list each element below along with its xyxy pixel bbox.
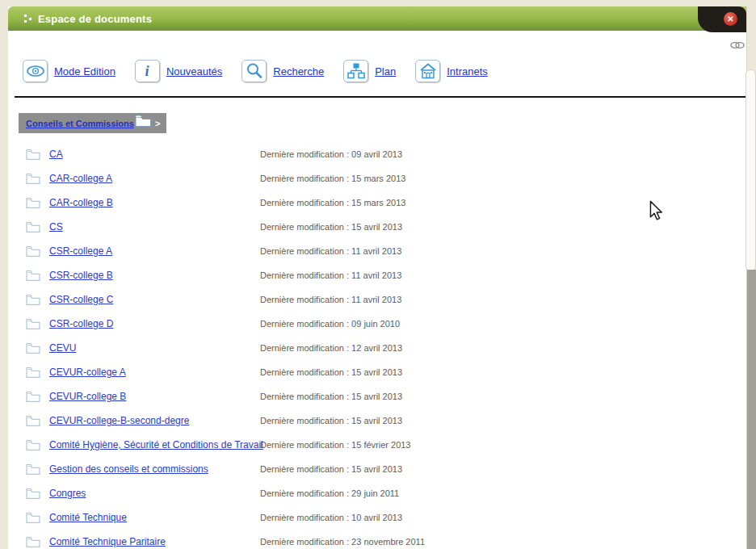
folder-row: CSR-college C Dernière modification : 11… (26, 287, 591, 312)
close-icon: ✕ (727, 15, 733, 23)
folder-modified-date: Dernière modification : 09 juin 2010 (260, 319, 400, 329)
folder-link[interactable]: CEVUR-college A (49, 367, 126, 378)
folder-link[interactable]: CEVUR-college-B-second-degre (49, 415, 189, 426)
folder-link[interactable]: CSR-college A (49, 245, 112, 257)
folder-row: Comité Technique Paritaire Dernière modi… (26, 530, 591, 549)
folder-link[interactable]: CAR-college A (49, 173, 112, 184)
folder-link[interactable]: CS (49, 221, 63, 233)
folder-row: CSR-college A Dernière modification : 11… (26, 239, 591, 263)
folder-modified-date: Dernière modification : 12 avril 2013 (260, 343, 402, 353)
toolbar-item-nouveautes: i Nouveautés (135, 60, 230, 82)
folder-row: CSR-college B Dernière modification : 11… (26, 263, 591, 287)
folder-list: CA Dernière modification : 09 avril 2013… (26, 142, 591, 549)
folder-row: Comité Technique Dernière modification :… (26, 505, 591, 530)
folder-link[interactable]: CAR-college B (49, 197, 113, 208)
folder-modified-date: Dernière modification : 15 avril 2013 (260, 367, 402, 377)
folder-icon (26, 270, 40, 281)
folder-modified-date: Dernière modification : 15 avril 2013 (260, 416, 402, 425)
house-icon[interactable] (415, 60, 440, 82)
toolbar-link-intranets[interactable]: Intranets (447, 65, 488, 78)
desktop-background: Espace de documents ✕ Mode (0, 0, 756, 549)
folder-icon (26, 367, 40, 378)
eye-icon[interactable] (23, 60, 48, 82)
folder-link[interactable]: CSR-college D (49, 318, 113, 329)
window-title: Espace de documents (38, 13, 152, 25)
breadcrumb-folder-icon (135, 114, 152, 127)
folder-link[interactable]: Comité Technique Paritaire (49, 536, 166, 547)
folder-icon (26, 294, 40, 305)
folder-modified-date: Dernière modification : 29 juin 2011 (260, 488, 399, 498)
folder-link[interactable]: CEVU (49, 342, 76, 354)
titlebar-corner: ✕ (698, 6, 746, 32)
folder-row: CEVUR-college-B-second-degre Dernière mo… (26, 409, 591, 433)
close-button[interactable]: ✕ (724, 12, 737, 26)
folder-icon (26, 512, 40, 523)
folder-modified-date: Dernière modification : 23 novembre 2011 (260, 537, 425, 547)
folder-icon (26, 197, 40, 208)
window-titlebar: Espace de documents ✕ (8, 6, 746, 31)
folder-row: Gestion des conseils et commissions Dern… (26, 457, 591, 481)
toolbar: Mode Edition i Nouveautés Recherche (23, 60, 507, 82)
folder-row: CEVU Dernière modification : 12 avril 20… (26, 336, 591, 360)
magnifier-icon[interactable] (242, 60, 267, 82)
folder-modified-date: Dernière modification : 11 avril 2013 (260, 270, 401, 280)
sitemap-icon[interactable] (343, 60, 368, 82)
toolbar-link-recherche[interactable]: Recherche (273, 65, 324, 78)
folder-row: Comité Hygiène, Sécurité et Conditions d… (26, 433, 591, 457)
folder-modified-date: Dernière modification : 15 mars 2013 (260, 198, 405, 207)
folder-link[interactable]: CA (49, 149, 63, 160)
breadcrumb-separator: > (155, 119, 160, 128)
toolbar-link-nouveautes[interactable]: Nouveautés (166, 65, 222, 78)
folder-link[interactable]: Gestion des conseils et commissions (49, 463, 208, 475)
folder-modified-date: Dernière modification : 09 avril 2013 (260, 149, 402, 159)
toolbar-divider (15, 96, 750, 98)
folder-icon (26, 221, 40, 233)
folder-row: CA Dernière modification : 09 avril 2013 (26, 142, 591, 166)
info-icon[interactable]: i (135, 60, 160, 82)
toolbar-item-intranets: Intranets (415, 60, 496, 82)
folder-icon (26, 488, 40, 499)
mouse-cursor (649, 200, 663, 221)
folder-icon (26, 536, 40, 547)
folder-icon (26, 342, 40, 354)
toolbar-link-mode-edition[interactable]: Mode Edition (54, 65, 116, 78)
folder-link[interactable]: Congres (49, 488, 86, 499)
folder-row: CS Dernière modification : 15 avril 2013 (26, 215, 591, 239)
folder-row: CSR-college D Dernière modification : 09… (26, 312, 591, 336)
folder-icon (26, 391, 40, 402)
folder-row: CEVUR-college A Dernière modification : … (26, 360, 591, 384)
toolbar-item-mode-edition: Mode Edition (23, 60, 124, 82)
toolbar-item-recherche: Recherche (242, 60, 332, 82)
folder-row: Congres Dernière modification : 29 juin … (26, 481, 591, 505)
scrollbar-thumb[interactable] (746, 69, 756, 271)
folder-modified-date: Dernière modification : 15 avril 2013 (260, 392, 402, 401)
folder-icon (26, 245, 40, 257)
folder-modified-date: Dernière modification : 10 avril 2013 (260, 513, 402, 522)
folder-modified-date: Dernière modification : 15 février 2013 (260, 440, 410, 450)
folder-icon (26, 463, 40, 475)
folder-link[interactable]: Comité Hygiène, Sécurité et Conditions d… (49, 439, 263, 451)
breadcrumb-link[interactable]: Conseils et Commissions (26, 119, 134, 128)
folder-icon (26, 149, 40, 160)
folder-modified-date: Dernière modification : 11 avril 2013 (260, 295, 401, 304)
toolbar-link-plan[interactable]: Plan (375, 65, 396, 78)
folder-link[interactable]: CEVUR-college B (49, 391, 126, 402)
folder-modified-date: Dernière modification : 11 avril 2013 (260, 246, 401, 256)
folder-icon (26, 415, 40, 426)
folder-row: CAR-college B Dernière modification : 15… (26, 191, 591, 215)
toolbar-item-plan: Plan (343, 60, 404, 82)
folder-row: CEVUR-college B Dernière modification : … (26, 384, 591, 409)
folder-link[interactable]: Comité Technique (49, 512, 127, 523)
folder-icon (26, 318, 40, 329)
folder-icon (26, 439, 40, 451)
breadcrumb: Conseils et Commissions > (19, 113, 166, 133)
folder-link[interactable]: CSR-college C (49, 294, 113, 305)
folder-modified-date: Dernière modification : 15 mars 2013 (260, 174, 405, 183)
folder-modified-date: Dernière modification : 15 avril 2013 (260, 464, 402, 474)
link-icon[interactable] (729, 40, 746, 50)
scrollbar-track[interactable] (747, 270, 756, 549)
folder-link[interactable]: CSR-college B (49, 270, 113, 281)
folder-icon (26, 173, 40, 184)
folder-modified-date: Dernière modification : 15 avril 2013 (260, 222, 402, 232)
document-space-window: Espace de documents ✕ Mode (8, 6, 747, 549)
